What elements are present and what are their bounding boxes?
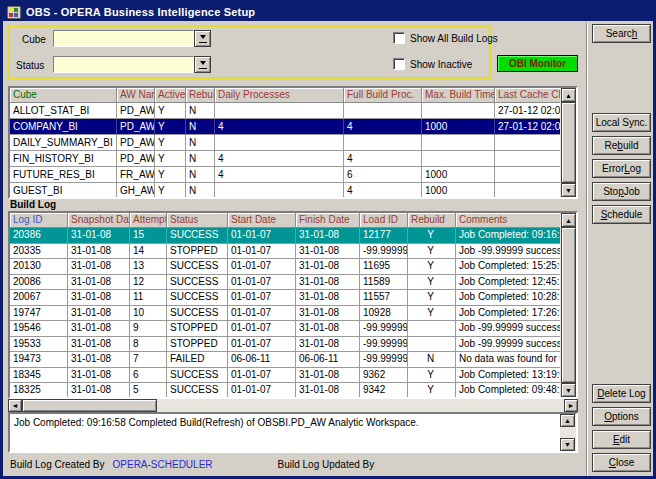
schedule-button[interactable]: Schedule bbox=[592, 205, 651, 224]
table-cell: 31-01-08 bbox=[68, 259, 130, 275]
build-log-scrollbar[interactable] bbox=[560, 213, 576, 397]
scroll-thumb[interactable] bbox=[561, 227, 576, 383]
table-row[interactable]: 1974731-01-0810SUCCESS01-01-0731-01-0810… bbox=[10, 306, 576, 322]
cube-table-scrollbar[interactable] bbox=[560, 88, 576, 197]
scroll-thumb[interactable] bbox=[561, 102, 576, 183]
scroll-down-icon[interactable] bbox=[561, 383, 576, 397]
table-row[interactable]: 2006731-01-0811SUCCESS01-01-0731-01-0811… bbox=[10, 290, 576, 306]
table-row[interactable]: ALLOT_STAT_BIPD_AWYN27-01-12 02:05 PM bbox=[10, 103, 576, 119]
status-input[interactable] bbox=[53, 56, 194, 73]
stop-job-button[interactable]: Stop Job bbox=[592, 182, 651, 201]
table-cell: Job -99.99999 successfully bbox=[456, 321, 564, 337]
table-row[interactable]: 1947331-01-087FAILED06-06-1106-06-11-99.… bbox=[10, 352, 576, 368]
table-row[interactable]: 2013031-01-0813SUCCESS01-01-0731-01-0811… bbox=[10, 259, 576, 275]
table-cell bbox=[495, 135, 564, 151]
table-row[interactable]: GUEST_BIGH_AWYN41000 bbox=[10, 183, 576, 199]
scroll-up-icon[interactable] bbox=[560, 414, 575, 427]
column-header[interactable]: Rebuild bbox=[408, 213, 456, 228]
table-cell bbox=[495, 151, 564, 167]
table-row[interactable]: 2038631-01-0815SUCCESS01-01-0731-01-0812… bbox=[10, 228, 576, 244]
table-cell: 18345 bbox=[10, 368, 68, 384]
table-cell: GH_AW bbox=[117, 183, 155, 199]
column-header[interactable]: Last Cache Clear bbox=[495, 88, 564, 103]
options-button[interactable]: Options bbox=[592, 407, 651, 426]
close-button[interactable]: Close bbox=[592, 453, 651, 472]
status-lov-button[interactable] bbox=[194, 56, 211, 73]
table-cell: 01-01-07 bbox=[228, 337, 296, 353]
column-header[interactable]: Rebuild bbox=[186, 88, 215, 103]
build-log-hscrollbar[interactable] bbox=[8, 399, 578, 412]
table-cell: SUCCESS bbox=[167, 259, 228, 275]
table-row[interactable]: COMPANY_BIPD_AWYN44100027-01-12 02:05 PM bbox=[10, 119, 576, 135]
table-cell: 14 bbox=[130, 244, 167, 260]
scroll-left-icon[interactable] bbox=[8, 399, 22, 412]
table-row[interactable]: 1954631-01-089STOPPED01-01-0731-01-08-99… bbox=[10, 321, 576, 337]
rebuild-button[interactable]: Rebuild bbox=[592, 136, 651, 155]
table-cell: 13 bbox=[130, 259, 167, 275]
table-cell: N bbox=[186, 167, 215, 183]
table-cell: 20067 bbox=[10, 290, 68, 306]
table-cell: FAILED bbox=[167, 352, 228, 368]
table-cell: Job Completed: 12:45:17 C bbox=[456, 275, 564, 291]
table-row[interactable]: 1953331-01-088STOPPED01-01-0731-01-08-99… bbox=[10, 337, 576, 353]
table-cell: SUCCESS bbox=[167, 383, 228, 399]
table-cell: 19473 bbox=[10, 352, 68, 368]
table-cell: Y bbox=[408, 383, 456, 399]
table-cell bbox=[495, 183, 564, 199]
local-sync-button[interactable]: Local Sync. bbox=[592, 113, 651, 132]
scroll-up-icon[interactable] bbox=[561, 213, 576, 227]
table-cell: 20386 bbox=[10, 228, 68, 244]
cube-input[interactable] bbox=[53, 30, 194, 47]
search-button[interactable]: Search bbox=[592, 24, 651, 43]
column-header[interactable]: Attempt bbox=[130, 213, 167, 228]
table-cell: -99.99999 bbox=[360, 352, 408, 368]
table-row[interactable]: DAILY_SUMMARY_BIPD_AWYN bbox=[10, 135, 576, 151]
column-header[interactable]: Comments bbox=[456, 213, 564, 228]
scroll-up-icon[interactable] bbox=[561, 88, 576, 102]
edit-button[interactable]: Edit bbox=[592, 430, 651, 449]
show-inactive-checkbox[interactable] bbox=[393, 58, 405, 70]
scroll-down-icon[interactable] bbox=[560, 438, 575, 451]
scroll-right-icon[interactable] bbox=[564, 399, 578, 412]
table-row[interactable]: 2008631-01-0812SUCCESS01-01-0731-01-0811… bbox=[10, 275, 576, 291]
table-row[interactable]: 2033531-01-0814STOPPED01-01-0731-01-08-9… bbox=[10, 244, 576, 260]
table-row[interactable]: FIN_HISTORY_BIPD_AWYN44 bbox=[10, 151, 576, 167]
column-header[interactable]: Status bbox=[167, 213, 228, 228]
obi-monitor-button[interactable]: OBI Monitor bbox=[497, 55, 578, 72]
column-header[interactable]: Daily Processes bbox=[215, 88, 344, 103]
comment-box[interactable]: Job Completed: 09:16:58 Completed Build(… bbox=[8, 412, 578, 453]
column-header[interactable]: Log ID bbox=[10, 213, 68, 228]
column-header[interactable]: AW Name bbox=[117, 88, 155, 103]
status-field-label: Status bbox=[16, 60, 44, 71]
cube-field-label: Cube bbox=[22, 34, 46, 45]
column-header[interactable]: Finish Date bbox=[296, 213, 360, 228]
show-all-build-logs-checkbox[interactable] bbox=[393, 32, 405, 44]
table-row[interactable]: 1834531-01-086SUCCESS01-01-0731-01-08936… bbox=[10, 368, 576, 384]
table-cell: 06-06-11 bbox=[296, 352, 360, 368]
table-cell: N bbox=[186, 183, 215, 199]
column-header[interactable]: Max. Build Time bbox=[422, 88, 495, 103]
table-cell: Job Completed: 09:48:11 C bbox=[456, 383, 564, 399]
table-cell: 01-01-07 bbox=[228, 321, 296, 337]
title-bar[interactable]: OBS - OPERA Business Intelligence Setup bbox=[3, 3, 653, 21]
column-header[interactable]: Cube bbox=[10, 88, 117, 103]
cube-lov-button[interactable] bbox=[194, 30, 211, 47]
column-header[interactable]: Active bbox=[155, 88, 186, 103]
column-header[interactable]: Full Build Proc. bbox=[344, 88, 422, 103]
comment-scrollbar[interactable] bbox=[560, 414, 576, 451]
column-header[interactable]: Snapshot Date bbox=[68, 213, 130, 228]
table-cell: SUCCESS bbox=[167, 290, 228, 306]
app-window: OBS - OPERA Business Intelligence Setup … bbox=[0, 0, 656, 479]
table-cell: 11 bbox=[130, 290, 167, 306]
table-row[interactable]: 1832531-01-085SUCCESS01-01-0731-01-08934… bbox=[10, 383, 576, 399]
table-cell: 10928 bbox=[360, 306, 408, 322]
error-log-button[interactable]: Error Log bbox=[592, 159, 651, 178]
column-header[interactable]: Load ID bbox=[360, 213, 408, 228]
scroll-down-icon[interactable] bbox=[561, 183, 576, 197]
column-header[interactable]: Start Date bbox=[228, 213, 296, 228]
table-row[interactable]: FUTURE_RES_BIFR_AWYN461000 bbox=[10, 167, 576, 183]
table-cell: STOPPED bbox=[167, 337, 228, 353]
table-cell: 11589 bbox=[360, 275, 408, 291]
scroll-thumb[interactable] bbox=[22, 399, 157, 412]
delete-log-button[interactable]: Delete Log bbox=[592, 384, 651, 403]
